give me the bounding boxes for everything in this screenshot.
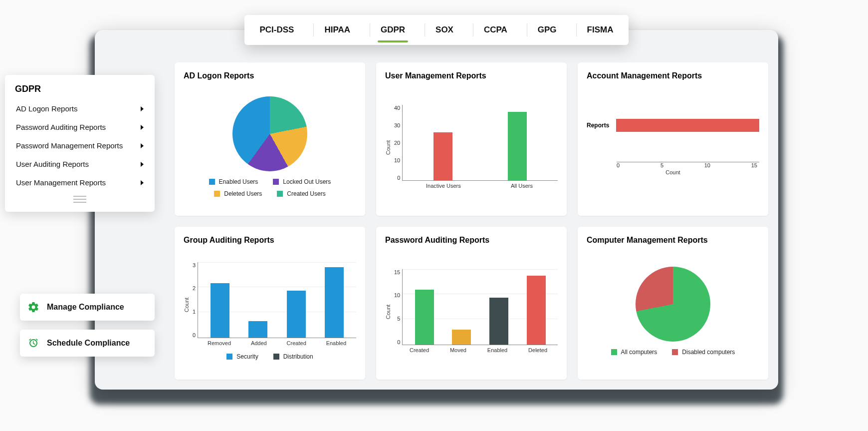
manage-compliance-button[interactable]: Manage Compliance — [20, 294, 155, 321]
tab-hipaa[interactable]: HIPAA — [317, 16, 357, 44]
sidebar-item-pwd-audit[interactable]: Password Auditing Reports — [5, 118, 155, 136]
hbar-fill — [616, 119, 759, 132]
compliance-tabs: PCI-DSS HIPAA GDPR SOX CCPA GPG FISMA — [244, 15, 629, 45]
bar-enabled — [325, 267, 344, 337]
y-ticks: 15 10 5 0 — [393, 269, 402, 354]
card-title: AD Logon Reports — [184, 71, 356, 80]
pie-comp-mgmt — [636, 267, 710, 342]
card-pwd-audit: Password Auditing Reports Count 15 10 5 … — [376, 227, 567, 380]
hbar-chart: Reports 0 5 10 15 Count — [587, 85, 759, 209]
card-acct-mgmt: Account Management Reports Reports 0 5 1… — [578, 62, 768, 216]
y-ticks: 3 2 1 0 — [192, 262, 198, 347]
alarm-clock-icon — [27, 337, 40, 350]
bar-added — [248, 321, 267, 338]
pie-ad-logon — [232, 96, 307, 171]
legend-item: Locked Out Users — [273, 178, 331, 185]
sidebar-item-label: Password Auditing Reports — [16, 123, 106, 131]
bar-deleted — [527, 276, 546, 344]
pie-chart: Enabled Users Locked Out Users Deleted U… — [184, 85, 356, 209]
bar-chart: Count 3 2 1 0 — [184, 250, 356, 373]
y-axis-label: Count — [385, 269, 393, 354]
caret-right-icon — [141, 106, 144, 111]
card-group-audit: Group Auditing Reports Count 3 2 1 0 — [175, 227, 365, 380]
legend: All computers Disabled computers — [611, 349, 735, 356]
card-title: Account Management Reports — [587, 71, 759, 80]
tab-sox[interactable]: SOX — [429, 16, 460, 44]
plot-area — [198, 262, 356, 338]
sidebar-item-user-mgmt[interactable]: User Management Reports — [5, 173, 155, 192]
card-user-mgmt: User Management Reports Count 40 30 20 1… — [376, 62, 567, 216]
legend: Enabled Users Locked Out Users Deleted U… — [184, 178, 356, 197]
bar-removed — [211, 283, 229, 338]
legend-item: Security — [226, 353, 258, 360]
action-label: Manage Compliance — [47, 303, 124, 312]
bar-enabled — [489, 298, 508, 345]
sidebar-item-pwd-mgmt[interactable]: Password Management Reports — [5, 136, 155, 155]
bar-moved — [452, 330, 471, 345]
sidebar-item-label: User Management Reports — [16, 178, 106, 187]
reports-grid: AD Logon Reports Enabled Users Locked Ou… — [175, 62, 768, 380]
card-title: User Management Reports — [385, 71, 558, 80]
plot-area — [402, 269, 558, 345]
tab-ccpa[interactable]: CCPA — [477, 16, 514, 44]
caret-right-icon — [141, 143, 144, 148]
legend-item: Created Users — [277, 190, 325, 197]
caret-right-icon — [141, 125, 144, 130]
sidebar: GDPR AD Logon Reports Password Auditing … — [5, 75, 155, 212]
caret-right-icon — [141, 180, 144, 185]
sidebar-title: GDPR — [5, 84, 155, 99]
bar-all-users — [508, 112, 527, 180]
caret-right-icon — [141, 162, 144, 167]
legend-item: All computers — [611, 349, 657, 356]
tab-gpg[interactable]: GPG — [531, 16, 564, 44]
sidebar-item-user-audit[interactable]: User Auditing Reports — [5, 155, 155, 173]
sidebar-item-ad-logon[interactable]: AD Logon Reports — [5, 99, 155, 118]
schedule-compliance-button[interactable]: Schedule Compliance — [20, 330, 155, 357]
legend-item: Distribution — [273, 353, 313, 360]
hbar-track — [616, 119, 759, 132]
x-axis-label: Count — [587, 169, 759, 175]
legend-item: Deleted Users — [214, 190, 262, 197]
bar-chart: Count 15 10 5 0 — [385, 250, 558, 373]
tab-pci-dss[interactable]: PCI-DSS — [252, 16, 301, 44]
card-title: Password Auditing Reports — [385, 236, 558, 245]
pie-chart: All computers Disabled computers — [587, 250, 759, 373]
card-title: Computer Management Reports — [587, 236, 759, 245]
gear-icon — [27, 301, 40, 314]
sidebar-item-label: AD Logon Reports — [16, 104, 77, 113]
x-ticks: 0 5 10 15 — [617, 162, 757, 168]
tab-gdpr[interactable]: GDPR — [374, 16, 412, 44]
hbar-row-label: Reports — [587, 122, 609, 129]
y-ticks: 40 30 20 10 0 — [393, 105, 402, 190]
plot-area — [402, 105, 558, 181]
y-axis-label: Count — [385, 105, 393, 190]
card-title: Group Auditing Reports — [184, 236, 356, 245]
legend: Security Distribution — [184, 353, 356, 360]
card-comp-mgmt: Computer Management Reports All computer… — [578, 227, 768, 380]
hamburger-icon[interactable] — [73, 196, 86, 203]
bar-chart: Count 40 30 20 10 0 — [385, 85, 558, 209]
action-label: Schedule Compliance — [47, 339, 130, 348]
bar-created — [415, 290, 434, 345]
bar-inactive-users — [434, 132, 452, 181]
sidebar-item-label: User Auditing Reports — [16, 160, 89, 168]
sidebar-item-label: Password Management Reports — [16, 141, 123, 150]
tab-fisma[interactable]: FISMA — [580, 16, 621, 44]
y-axis-label: Count — [184, 262, 192, 347]
app-window: AD Logon Reports Enabled Users Locked Ou… — [95, 30, 778, 390]
bar-created — [287, 291, 306, 338]
legend-item: Disabled computers — [672, 349, 735, 356]
card-ad-logon: AD Logon Reports Enabled Users Locked Ou… — [175, 62, 365, 216]
legend-item: Enabled Users — [209, 178, 258, 185]
